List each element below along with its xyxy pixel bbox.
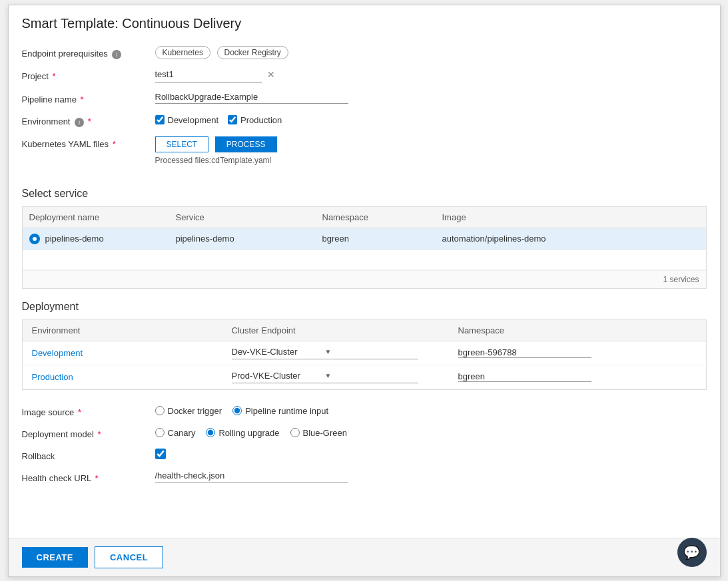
td-cluster-production: Prod-VKE-Cluster ▼	[222, 365, 449, 389]
process-button[interactable]: PROCESS	[215, 136, 277, 152]
development-checkbox[interactable]	[155, 115, 165, 124]
k8s-yaml-buttons: SELECT PROCESS	[155, 136, 707, 152]
select-button[interactable]: SELECT	[155, 136, 209, 152]
deployment-model-label: Deployment model *	[22, 427, 155, 439]
deployment-model-control: Canary Rolling upgrade Blue-Green	[155, 427, 707, 438]
image-source-radios: Docker trigger Pipeline runtime input	[155, 405, 707, 416]
docker-trigger-label[interactable]: Docker trigger	[155, 406, 222, 416]
th-env: Environment	[23, 320, 222, 341]
chat-bubble-icon: 💬	[683, 544, 700, 560]
th-service: Service	[169, 207, 316, 228]
docker-registry-pill: Docker Registry	[217, 46, 288, 59]
pipeline-runtime-label[interactable]: Pipeline runtime input	[232, 406, 328, 416]
prod-cluster-arrow: ▼	[325, 372, 418, 379]
project-control: ✕	[155, 69, 707, 83]
th-namespace: Namespace	[316, 207, 436, 228]
image-source-label: Image source *	[22, 405, 155, 417]
image-source-control: Docker trigger Pipeline runtime input	[155, 405, 707, 416]
project-input-wrapper: ✕	[155, 69, 262, 83]
service-table: Deployment name Service Namespace Image …	[23, 207, 706, 270]
endpoint-pills-area: Kubernetes Docker Registry	[155, 46, 707, 59]
rolling-upgrade-radio[interactable]	[206, 428, 215, 437]
environment-label: Environment i *	[22, 114, 155, 127]
rollback-label: Rollback	[22, 449, 155, 461]
deployment-header-row: Environment Cluster Endpoint Namespace	[23, 320, 706, 341]
development-checkbox-label[interactable]: Development	[155, 115, 219, 125]
environment-row: Environment i * Development Production	[22, 114, 707, 127]
form-area: Endpoint prerequisites i Kubernetes Dock…	[9, 39, 720, 181]
th-ns: Namespace	[449, 320, 706, 341]
td-ns-development	[449, 341, 706, 365]
empty-row	[23, 250, 706, 270]
pipeline-name-row: Pipeline name *	[22, 92, 707, 104]
endpoint-info-icon[interactable]: i	[112, 50, 121, 59]
docker-trigger-radio[interactable]	[155, 406, 165, 415]
deployment-row-development: Development Dev-VKE-Cluster ▼	[23, 341, 706, 365]
health-check-row: Health check URL *	[22, 471, 707, 483]
project-label: Project *	[22, 69, 155, 81]
deployment-table-container: Environment Cluster Endpoint Namespace D…	[22, 319, 707, 390]
environment-control: Development Production	[155, 114, 707, 125]
dev-cluster-arrow: ▼	[325, 348, 418, 355]
service-table-footer: 1 services	[23, 270, 706, 288]
image-source-row: Image source * Docker trigger Pipeline r…	[22, 405, 707, 417]
k8s-yaml-label: Kubernetes YAML files *	[22, 136, 155, 149]
service-table-header-row: Deployment name Service Namespace Image	[23, 207, 706, 228]
pipeline-name-label: Pipeline name *	[22, 92, 155, 104]
kubernetes-pill: Kubernetes	[155, 46, 210, 59]
rollback-row: Rollback	[22, 449, 707, 461]
k8s-yaml-row: Kubernetes YAML files * SELECT PROCESS P…	[22, 136, 707, 165]
canary-radio[interactable]	[155, 428, 165, 437]
td-namespace: bgreen	[316, 228, 436, 250]
environment-info-icon[interactable]: i	[75, 118, 84, 127]
endpoint-prerequisites-label: Endpoint prerequisites i	[22, 46, 155, 59]
td-cluster-development: Dev-VKE-Cluster ▼	[222, 341, 449, 365]
canary-label[interactable]: Canary	[155, 428, 196, 438]
prod-namespace-input[interactable]	[458, 371, 591, 382]
dev-namespace-input[interactable]	[458, 347, 591, 358]
project-input[interactable]	[155, 69, 267, 79]
blue-green-label[interactable]: Blue-Green	[290, 428, 347, 438]
rollback-checkbox[interactable]	[155, 449, 166, 459]
table-row[interactable]: pipelines-demo pipelines-demo bgreen aut…	[23, 228, 706, 250]
rolling-upgrade-label[interactable]: Rolling upgrade	[206, 428, 279, 438]
deployment-model-row: Deployment model * Canary Rolling upgrad…	[22, 427, 707, 439]
deployment-row-production: Production Prod-VKE-Cluster ▼	[23, 365, 706, 389]
td-env-production: Production	[23, 365, 222, 389]
modal-title: Smart Template: Continuous Delivery	[9, 5, 720, 39]
production-checkbox-label[interactable]: Production	[228, 115, 282, 125]
th-cluster: Cluster Endpoint	[222, 320, 449, 341]
k8s-yaml-control: SELECT PROCESS Processed files:cdTemplat…	[155, 136, 707, 165]
select-service-title: Select service	[22, 188, 707, 200]
td-radio-deployment: pipelines-demo	[23, 228, 169, 250]
blue-green-radio[interactable]	[290, 428, 300, 437]
bottom-bar: CREATE CANCEL	[9, 538, 720, 576]
health-check-control	[155, 471, 707, 483]
endpoint-prerequisites-row: Endpoint prerequisites i Kubernetes Dock…	[22, 46, 707, 59]
td-service: pipelines-demo	[169, 228, 316, 250]
pipeline-name-control	[155, 92, 707, 104]
row-radio-dot	[29, 234, 40, 244]
health-check-input[interactable]	[155, 471, 348, 483]
chat-bubble-button[interactable]: 💬	[677, 538, 707, 567]
pipeline-name-input[interactable]	[155, 92, 348, 104]
td-env-development: Development	[23, 341, 222, 365]
project-clear-btn[interactable]: ✕	[267, 69, 275, 81]
prod-cluster-select[interactable]: Prod-VKE-Cluster ▼	[232, 371, 418, 383]
environment-checkboxes: Development Production	[155, 114, 707, 125]
dev-cluster-select[interactable]: Dev-VKE-Cluster ▼	[232, 347, 418, 359]
processed-files-text: Processed files:cdTemplate.yaml	[155, 156, 707, 165]
modal-container: Smart Template: Continuous Delivery Endp…	[8, 5, 721, 577]
td-image: automation/pipelines-demo	[436, 228, 706, 250]
th-image: Image	[436, 207, 706, 228]
project-row: Project * ✕	[22, 69, 707, 83]
image-source-area: Image source * Docker trigger Pipeline r…	[9, 390, 720, 499]
th-deployment-name: Deployment name	[23, 207, 169, 228]
pipeline-runtime-radio[interactable]	[232, 406, 242, 415]
production-checkbox[interactable]	[228, 115, 237, 124]
td-ns-production	[449, 365, 706, 389]
cancel-button[interactable]: CANCEL	[95, 546, 163, 568]
create-button[interactable]: CREATE	[22, 547, 88, 568]
health-check-label: Health check URL *	[22, 471, 155, 483]
rollback-control	[155, 449, 707, 461]
